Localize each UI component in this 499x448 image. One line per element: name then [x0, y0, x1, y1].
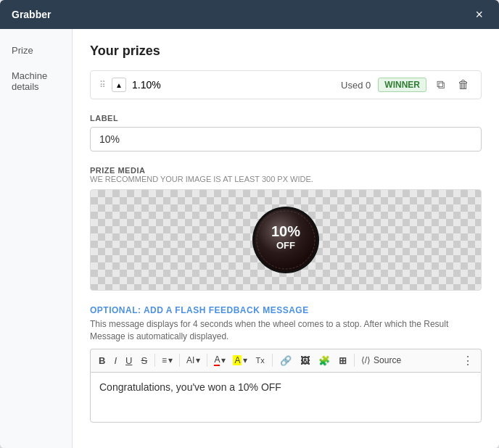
app-title: Grabber [12, 9, 51, 20]
main-layout: Prize Machine details Your prizes ⠿ ▲ 1.… [0, 29, 499, 448]
image-button[interactable]: 🖼 [297, 353, 313, 368]
underline-button[interactable]: U [122, 353, 136, 368]
used-label: Used 0 [341, 80, 371, 91]
source-button[interactable]: ⟨/⟩ Source [358, 354, 404, 367]
content-area: Your prizes ⠿ ▲ 1.10% Used 0 WINNER ⧉ 🗑 [73, 29, 499, 448]
source-label: Source [374, 355, 401, 365]
flash-description: This message displays for 4 seconds when… [90, 318, 482, 343]
editor-toolbar: B I U S ≡ ▾ AI ▾ A [90, 349, 482, 372]
toolbar-sep-4 [272, 354, 273, 367]
label-heading: LABEL [90, 114, 482, 123]
editor-body[interactable]: Congratulations, you've won a 10% OFF [90, 372, 482, 423]
font-color-label: A [214, 354, 220, 366]
clear-format-button[interactable]: Tx [252, 354, 268, 367]
toolbar-sep-5 [354, 354, 355, 367]
prize-badge-image: 10% OFF [249, 204, 322, 276]
winner-badge: WINNER [378, 78, 426, 92]
ai-label: AI [186, 355, 194, 365]
highlight-dropdown[interactable]: A ▾ [230, 354, 250, 367]
drag-handle-icon[interactable]: ⠿ [99, 80, 106, 90]
toolbar-sep-3 [207, 354, 207, 367]
italic-button[interactable]: I [110, 353, 120, 368]
editor-content: Congratulations, you've won a 10% OFF [99, 381, 281, 393]
sidebar-item-machine-details[interactable]: Machine details [0, 63, 72, 99]
sidebar: Prize Machine details [0, 29, 73, 448]
svg-text:10%: 10% [271, 223, 300, 239]
plugin-icon: 🧩 [318, 355, 330, 366]
font-color-arrow: ▾ [221, 355, 226, 365]
app-window: Grabber × Prize Machine details Your pri… [0, 0, 499, 448]
toolbar-sep-2 [179, 354, 180, 367]
svg-text:OFF: OFF [276, 240, 295, 251]
page-title: Your prizes [90, 43, 482, 59]
media-heading: PRIZE MEDIA [90, 166, 482, 175]
highlight-label: A [233, 355, 242, 365]
prize-meta: Used 0 WINNER ⧉ 🗑 [341, 77, 472, 93]
title-bar: Grabber × [0, 0, 499, 29]
media-section: PRIZE MEDIA WE RECOMMEND YOUR IMAGE IS A… [90, 166, 482, 291]
chevron-up-icon: ▲ [115, 81, 123, 89]
highlight-arrow: ▾ [243, 355, 247, 365]
strikethrough-button[interactable]: S [137, 353, 151, 368]
image-icon: 🖼 [300, 355, 310, 366]
flash-section: OPTIONAL: ADD A FLASH FEEDBACK MESSAGE T… [90, 305, 482, 423]
ai-dropdown[interactable]: AI ▾ [183, 354, 203, 367]
label-section: LABEL [90, 114, 482, 152]
sidebar-item-machine-details-label: Machine details [12, 70, 47, 92]
font-color-dropdown[interactable]: A ▾ [211, 353, 228, 368]
bold-button[interactable]: B [95, 353, 109, 368]
media-preview[interactable]: 10% OFF [90, 189, 482, 291]
prize-percentage: 1.10% [132, 79, 341, 91]
label-input[interactable] [90, 127, 482, 152]
delete-button[interactable]: 🗑 [455, 77, 472, 93]
more-options-button[interactable]: ⋮ [459, 352, 477, 369]
sidebar-item-prize[interactable]: Prize [0, 38, 72, 63]
media-embed-icon: ⊞ [339, 355, 347, 366]
source-icon: ⟨/⟩ [361, 355, 371, 365]
prize-row: ⠿ ▲ 1.10% Used 0 WINNER ⧉ 🗑 [90, 70, 482, 99]
plugin-button[interactable]: 🧩 [315, 353, 334, 368]
link-button[interactable]: 🔗 [276, 353, 295, 368]
expand-button[interactable]: ▲ [112, 78, 126, 92]
media-embed-button[interactable]: ⊞ [335, 353, 350, 368]
close-button[interactable]: × [471, 7, 487, 22]
link-icon: 🔗 [280, 355, 292, 366]
ai-arrow: ▾ [196, 355, 200, 365]
align-icon: ≡ [162, 355, 167, 365]
flash-heading: OPTIONAL: ADD A FLASH FEEDBACK MESSAGE [90, 305, 482, 315]
copy-button[interactable]: ⧉ [434, 77, 448, 93]
align-dropdown[interactable]: ≡ ▾ [159, 354, 176, 367]
align-arrow: ▾ [168, 355, 173, 365]
sidebar-item-prize-label: Prize [12, 45, 33, 56]
media-subheading: WE RECOMMEND YOUR IMAGE IS AT LEAST 300 … [90, 175, 482, 183]
winner-section: WINNER Enable this option if its a winni… [90, 437, 482, 448]
toolbar-sep-1 [154, 354, 155, 367]
